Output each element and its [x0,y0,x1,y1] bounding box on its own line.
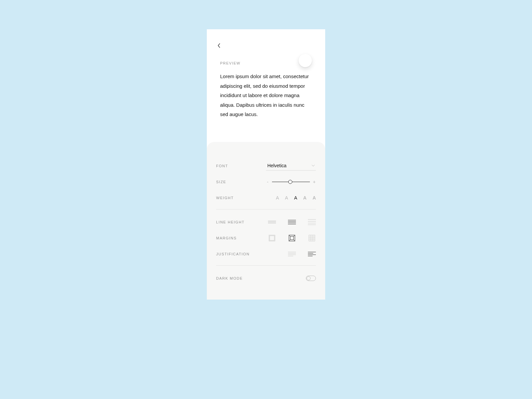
row-font: FONT Helvetica [216,158,316,174]
dark-mode-label: DARK MODE [216,276,253,280]
back-button[interactable] [216,43,222,49]
size-increase-button[interactable]: + [313,179,316,185]
row-line-height: LINE HEIGHT [216,214,316,230]
toggle-knob [307,276,311,280]
line-height-option-loose[interactable] [308,219,316,225]
chevron-left-icon [216,43,222,49]
svg-line-19 [294,240,295,241]
preview-text: Lorem ipsum dolor sit amet, consectetur … [220,72,312,119]
size-label: SIZE [216,180,253,184]
svg-rect-15 [290,236,294,240]
line-height-option-normal[interactable] [288,219,296,225]
dark-mode-toggle[interactable] [306,276,316,281]
line-height-option-tight[interactable] [268,219,276,225]
line-height-loose-icon [308,219,316,225]
weight-option-thin[interactable]: A [276,195,279,200]
row-size: SIZE - + [216,174,316,190]
justification-option-left[interactable] [308,252,316,256]
line-height-tight-icon [268,220,276,224]
margins-narrow-icon [269,235,275,241]
weight-label: WEIGHT [216,196,253,200]
align-left-icon [308,252,316,256]
chevron-down-icon [311,164,315,168]
row-margins: MARGINS [216,230,316,246]
divider [216,209,316,209]
justification-label: JUSTIFICATION [216,252,253,256]
margins-label: MARGINS [216,236,253,240]
row-dark-mode: DARK MODE [216,270,316,286]
svg-rect-12 [269,235,275,241]
size-decrease-button[interactable]: - [266,179,269,185]
slider-thumb[interactable] [288,180,292,184]
margins-option-wide[interactable] [308,235,316,241]
weight-option-regular[interactable]: A [294,195,297,200]
margins-option-medium[interactable] [288,235,296,241]
divider [216,265,316,266]
line-height-normal-icon [288,220,296,224]
margins-medium-icon [289,235,295,241]
svg-line-17 [294,235,295,236]
size-slider[interactable] [272,180,310,184]
font-select[interactable]: Helvetica [266,161,316,171]
margins-wide-icon [309,235,315,241]
font-label: FONT [216,164,253,168]
svg-rect-13 [270,236,274,240]
font-select-value: Helvetica [267,163,287,168]
theme-picker-button[interactable] [299,54,312,67]
row-justification: JUSTIFICATION [216,246,316,262]
reading-settings-card: PREVIEW Lorem ipsum dolor sit amet, cons… [207,29,325,300]
svg-line-16 [289,235,290,236]
svg-line-18 [289,240,290,241]
line-height-label: LINE HEIGHT [216,220,253,224]
weight-option-semibold[interactable]: A [303,195,307,200]
weight-option-heavy[interactable]: A [313,195,316,200]
margins-option-narrow[interactable] [268,235,276,241]
row-weight: WEIGHT A A A A A [216,190,316,206]
preview-section: PREVIEW Lorem ipsum dolor sit amet, cons… [207,29,325,126]
weight-option-light[interactable]: A [285,195,288,200]
settings-panel: FONT Helvetica SIZE - [207,142,325,300]
preview-label: PREVIEW [220,61,240,65]
align-justify-icon [288,252,296,256]
svg-rect-20 [309,235,315,241]
justification-option-justify[interactable] [288,252,296,256]
